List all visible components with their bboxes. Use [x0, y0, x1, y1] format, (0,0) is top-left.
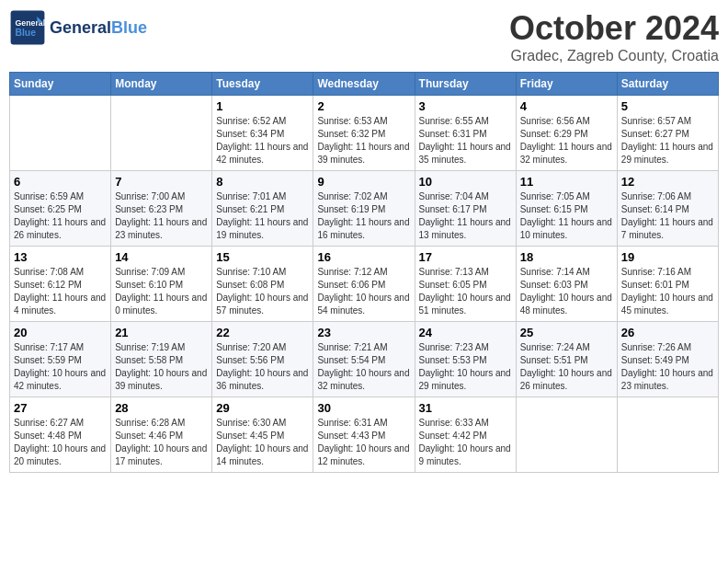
calendar-week-row: 1Sunrise: 6:52 AMSunset: 6:34 PMDaylight… — [10, 96, 719, 171]
day-number: 4 — [520, 99, 613, 113]
day-number: 10 — [419, 175, 512, 189]
day-info: Sunrise: 7:06 AMSunset: 6:14 PMDaylight:… — [621, 190, 714, 242]
calendar-cell: 29Sunrise: 6:30 AMSunset: 4:45 PMDayligh… — [212, 397, 313, 473]
calendar-cell: 16Sunrise: 7:12 AMSunset: 6:06 PMDayligh… — [313, 247, 415, 322]
calendar-cell: 12Sunrise: 7:06 AMSunset: 6:14 PMDayligh… — [617, 171, 718, 247]
day-number: 29 — [216, 401, 309, 415]
day-number: 20 — [14, 326, 107, 339]
day-info: Sunrise: 7:23 AMSunset: 5:53 PMDaylight:… — [419, 341, 512, 393]
day-info: Sunrise: 7:14 AMSunset: 6:03 PMDaylight:… — [520, 266, 613, 317]
calendar-cell — [516, 397, 617, 473]
day-number: 19 — [621, 250, 714, 264]
day-number: 8 — [216, 175, 309, 189]
day-info: Sunrise: 6:52 AMSunset: 6:34 PMDaylight:… — [216, 115, 309, 167]
day-info: Sunrise: 7:08 AMSunset: 6:12 PMDaylight:… — [14, 266, 107, 317]
calendar-cell: 11Sunrise: 7:05 AMSunset: 6:15 PMDayligh… — [516, 171, 617, 247]
day-info: Sunrise: 7:16 AMSunset: 6:01 PMDaylight:… — [621, 266, 714, 317]
day-number: 11 — [520, 175, 613, 189]
calendar-cell: 14Sunrise: 7:09 AMSunset: 6:10 PMDayligh… — [111, 247, 212, 322]
calendar-week-row: 20Sunrise: 7:17 AMSunset: 5:59 PMDayligh… — [10, 322, 719, 397]
day-info: Sunrise: 7:04 AMSunset: 6:17 PMDaylight:… — [419, 190, 512, 242]
day-header-wednesday: Wednesday — [313, 73, 415, 96]
calendar-cell: 23Sunrise: 7:21 AMSunset: 5:54 PMDayligh… — [313, 322, 415, 397]
day-info: Sunrise: 7:10 AMSunset: 6:08 PMDaylight:… — [216, 266, 309, 317]
calendar-cell: 6Sunrise: 6:59 AMSunset: 6:25 PMDaylight… — [10, 171, 111, 247]
day-info: Sunrise: 7:21 AMSunset: 5:54 PMDaylight:… — [317, 341, 410, 393]
calendar-cell: 15Sunrise: 7:10 AMSunset: 6:08 PMDayligh… — [212, 247, 313, 322]
calendar-cell: 21Sunrise: 7:19 AMSunset: 5:58 PMDayligh… — [111, 322, 212, 397]
title-block: October 2024 Gradec, Zagreb County, Croa… — [509, 9, 719, 64]
day-number: 18 — [520, 250, 613, 264]
calendar-cell: 28Sunrise: 6:28 AMSunset: 4:46 PMDayligh… — [111, 397, 212, 473]
day-header-sunday: Sunday — [10, 73, 111, 96]
location-subtitle: Gradec, Zagreb County, Croatia — [509, 48, 719, 64]
day-info: Sunrise: 7:26 AMSunset: 5:49 PMDaylight:… — [621, 341, 714, 393]
day-number: 22 — [216, 326, 309, 339]
day-number: 31 — [419, 401, 512, 415]
day-number: 7 — [115, 175, 208, 189]
day-info: Sunrise: 6:53 AMSunset: 6:32 PMDaylight:… — [317, 115, 410, 167]
day-info: Sunrise: 6:59 AMSunset: 6:25 PMDaylight:… — [14, 190, 107, 242]
calendar-week-row: 6Sunrise: 6:59 AMSunset: 6:25 PMDaylight… — [10, 171, 719, 247]
calendar-cell: 19Sunrise: 7:16 AMSunset: 6:01 PMDayligh… — [617, 247, 718, 322]
day-number: 12 — [621, 175, 714, 189]
calendar-cell: 13Sunrise: 7:08 AMSunset: 6:12 PMDayligh… — [10, 247, 111, 322]
day-info: Sunrise: 6:28 AMSunset: 4:46 PMDaylight:… — [115, 417, 208, 468]
day-info: Sunrise: 7:13 AMSunset: 6:05 PMDaylight:… — [419, 266, 512, 317]
day-number: 15 — [216, 250, 309, 264]
calendar-cell: 9Sunrise: 7:02 AMSunset: 6:19 PMDaylight… — [313, 171, 415, 247]
calendar-table: SundayMondayTuesdayWednesdayThursdayFrid… — [9, 72, 719, 473]
logo-icon: General Blue — [9, 9, 46, 46]
day-info: Sunrise: 7:20 AMSunset: 5:56 PMDaylight:… — [216, 341, 309, 393]
logo-general: General — [50, 18, 111, 37]
day-number: 23 — [317, 326, 410, 339]
day-number: 9 — [317, 175, 410, 189]
calendar-cell: 7Sunrise: 7:00 AMSunset: 6:23 PMDaylight… — [111, 171, 212, 247]
calendar-cell: 2Sunrise: 6:53 AMSunset: 6:32 PMDaylight… — [313, 96, 415, 171]
day-number: 16 — [317, 250, 410, 264]
day-info: Sunrise: 6:33 AMSunset: 4:42 PMDaylight:… — [419, 417, 512, 468]
day-info: Sunrise: 6:56 AMSunset: 6:29 PMDaylight:… — [520, 115, 613, 167]
calendar-cell: 3Sunrise: 6:55 AMSunset: 6:31 PMDaylight… — [415, 96, 516, 171]
day-number: 3 — [419, 99, 512, 113]
calendar-cell: 27Sunrise: 6:27 AMSunset: 4:48 PMDayligh… — [10, 397, 111, 473]
logo: General Blue GeneralBlue — [9, 9, 147, 46]
month-title: October 2024 — [509, 9, 719, 48]
calendar-cell: 24Sunrise: 7:23 AMSunset: 5:53 PMDayligh… — [415, 322, 516, 397]
calendar-cell: 20Sunrise: 7:17 AMSunset: 5:59 PMDayligh… — [10, 322, 111, 397]
day-number: 30 — [317, 401, 410, 415]
calendar-cell: 30Sunrise: 6:31 AMSunset: 4:43 PMDayligh… — [313, 397, 415, 473]
day-number: 27 — [14, 401, 107, 415]
day-info: Sunrise: 7:00 AMSunset: 6:23 PMDaylight:… — [115, 190, 208, 242]
calendar-cell: 22Sunrise: 7:20 AMSunset: 5:56 PMDayligh… — [212, 322, 313, 397]
day-info: Sunrise: 7:02 AMSunset: 6:19 PMDaylight:… — [317, 190, 410, 242]
day-number: 17 — [419, 250, 512, 264]
calendar-cell: 25Sunrise: 7:24 AMSunset: 5:51 PMDayligh… — [516, 322, 617, 397]
calendar-cell: 4Sunrise: 6:56 AMSunset: 6:29 PMDaylight… — [516, 96, 617, 171]
day-number: 14 — [115, 250, 208, 264]
day-info: Sunrise: 7:05 AMSunset: 6:15 PMDaylight:… — [520, 190, 613, 242]
calendar-cell: 10Sunrise: 7:04 AMSunset: 6:17 PMDayligh… — [415, 171, 516, 247]
day-info: Sunrise: 6:31 AMSunset: 4:43 PMDaylight:… — [317, 417, 410, 468]
calendar-cell — [617, 397, 718, 473]
calendar-header-row: SundayMondayTuesdayWednesdayThursdayFrid… — [10, 73, 719, 96]
calendar-cell — [111, 96, 212, 171]
day-number: 5 — [621, 99, 714, 113]
calendar-cell: 31Sunrise: 6:33 AMSunset: 4:42 PMDayligh… — [415, 397, 516, 473]
day-header-tuesday: Tuesday — [212, 73, 313, 96]
logo-blue: Blue — [111, 18, 147, 37]
day-header-monday: Monday — [111, 73, 212, 96]
calendar-week-row: 13Sunrise: 7:08 AMSunset: 6:12 PMDayligh… — [10, 247, 719, 322]
calendar-cell: 5Sunrise: 6:57 AMSunset: 6:27 PMDaylight… — [617, 96, 718, 171]
day-info: Sunrise: 7:12 AMSunset: 6:06 PMDaylight:… — [317, 266, 410, 317]
svg-text:General: General — [15, 18, 45, 28]
day-header-thursday: Thursday — [415, 73, 516, 96]
day-info: Sunrise: 7:24 AMSunset: 5:51 PMDaylight:… — [520, 341, 613, 393]
day-info: Sunrise: 7:01 AMSunset: 6:21 PMDaylight:… — [216, 190, 309, 242]
calendar-cell: 18Sunrise: 7:14 AMSunset: 6:03 PMDayligh… — [516, 247, 617, 322]
day-number: 21 — [115, 326, 208, 339]
day-number: 2 — [317, 99, 410, 113]
day-info: Sunrise: 7:09 AMSunset: 6:10 PMDaylight:… — [115, 266, 208, 317]
day-info: Sunrise: 6:55 AMSunset: 6:31 PMDaylight:… — [419, 115, 512, 167]
calendar-cell: 1Sunrise: 6:52 AMSunset: 6:34 PMDaylight… — [212, 96, 313, 171]
